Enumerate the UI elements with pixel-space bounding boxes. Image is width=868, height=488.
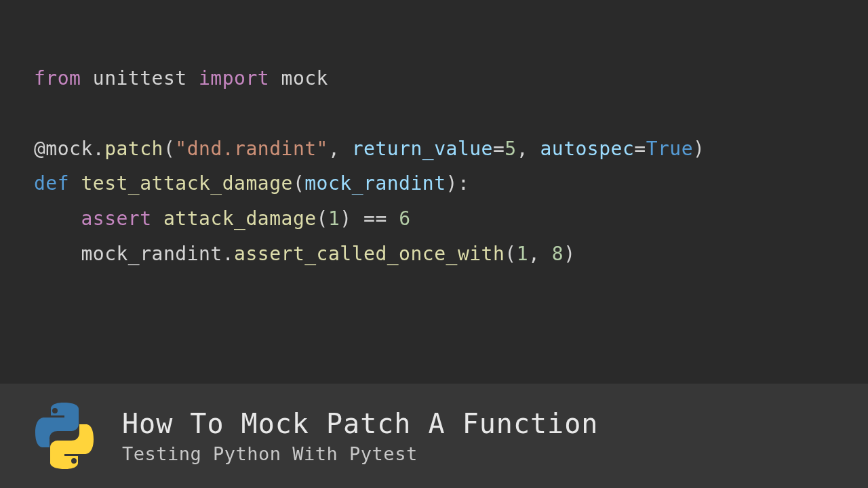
code-line-2: @mock.patch("dnd.randint", return_value=…: [34, 131, 834, 167]
number-arg1: 1: [517, 243, 528, 265]
number-arg2: 8: [552, 243, 564, 265]
banner-text: How To Mock Patch A Function Testing Pyt…: [122, 408, 598, 464]
number-6: 6: [399, 207, 410, 230]
number-5: 5: [505, 138, 516, 160]
true-literal: True: [646, 138, 693, 160]
banner: How To Mock Patch A Function Testing Pyt…: [0, 384, 868, 488]
module-name: unittest: [93, 67, 187, 89]
blank-line: [34, 96, 834, 131]
string-arg: "dnd.randint": [175, 138, 328, 160]
decorator-at: @mock: [34, 138, 93, 160]
method-name: assert_called_once_with: [234, 243, 505, 265]
code-line-4: assert attack_damage(1) == 6: [34, 201, 834, 237]
kwarg-autospec: autospec: [540, 138, 634, 160]
function-name: test_attack_damage: [81, 172, 292, 195]
number-1: 1: [328, 207, 340, 230]
keyword-def: def: [34, 172, 69, 195]
keyword-import: import: [199, 67, 269, 89]
code-line-3: def test_attack_damage(mock_randint):: [34, 166, 834, 201]
code-line-5: mock_randint.assert_called_once_with(1, …: [34, 237, 834, 272]
keyword-assert: assert: [81, 207, 151, 230]
decorator-fn: patch: [104, 138, 163, 160]
param-name: mock_randint: [304, 172, 446, 195]
code-line-1: from unittest import mock: [34, 61, 834, 96]
operator-eq: ==: [363, 207, 387, 230]
kwarg-return-value: return_value: [352, 138, 493, 160]
import-name: mock: [281, 67, 328, 89]
banner-subtitle: Testing Python With Pytest: [122, 443, 598, 464]
banner-title: How To Mock Patch A Function: [122, 408, 598, 439]
object-name: mock_randint: [81, 243, 222, 265]
python-logo-icon: [27, 399, 102, 473]
code-block: from unittest import mock @mock.patch("d…: [0, 0, 868, 272]
call-name: attack_damage: [163, 207, 317, 230]
keyword-from: from: [34, 67, 81, 89]
